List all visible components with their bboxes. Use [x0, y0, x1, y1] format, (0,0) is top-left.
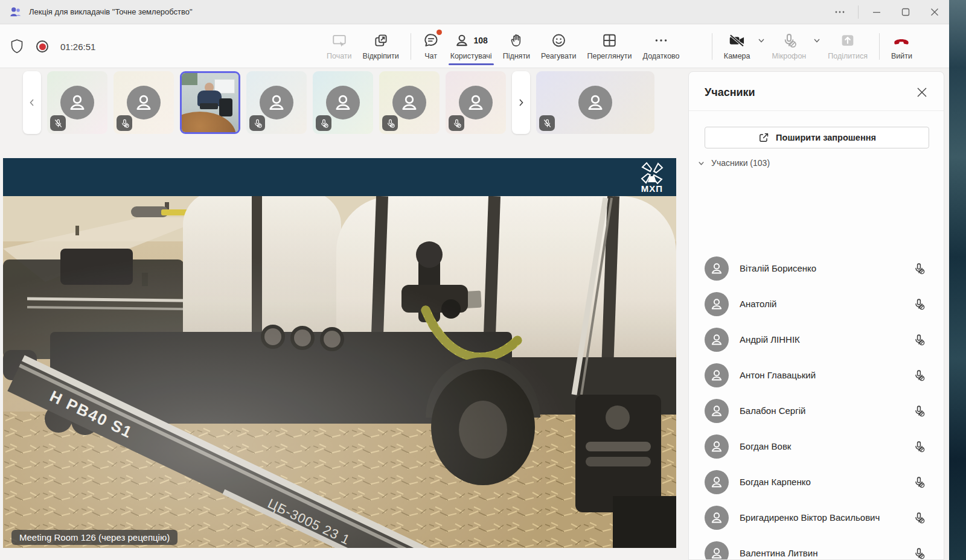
- participant-name: Валентина Литвин: [740, 548, 912, 558]
- screen-share-icon: [331, 33, 348, 48]
- participant-row[interactable]: Андрій ЛІННІК: [689, 322, 944, 357]
- maximize-button[interactable]: [891, 0, 920, 24]
- participant-row[interactable]: Богдан Карпенко: [689, 464, 944, 500]
- screen: Лекція для викладачів "Точне землеробств…: [0, 0, 966, 560]
- avatar: [705, 328, 729, 352]
- share-invite-label: Поширити запрошення: [776, 133, 876, 142]
- toolbar-divider: [411, 33, 411, 60]
- avatar: [705, 541, 729, 560]
- participant-row[interactable]: Віталій Борисенко: [689, 250, 944, 286]
- camera-options-chevron[interactable]: [756, 31, 767, 50]
- react-button[interactable]: Реагувати: [536, 30, 581, 60]
- chevron-right-icon: [516, 98, 526, 107]
- mic-muted-badge: [249, 115, 265, 131]
- avatar: [326, 86, 360, 119]
- participant-name: Богдан Карпенко: [740, 477, 912, 487]
- participant-tile[interactable]: [379, 71, 440, 134]
- room-name-label: Meeting Room 126 (через рецепцію): [11, 530, 178, 545]
- window-title: Лекція для викладачів "Точне землеробств…: [29, 7, 193, 16]
- teams-app-icon: [8, 5, 22, 19]
- participant-tile[interactable]: [47, 71, 107, 134]
- participant-name: Віталій Борисенко: [740, 263, 912, 273]
- person-icon: [709, 475, 724, 489]
- participant-tile[interactable]: [114, 71, 174, 134]
- camera-button[interactable]: Камера: [718, 30, 756, 60]
- avatar: [705, 434, 729, 459]
- minimize-button[interactable]: [862, 0, 891, 24]
- avatar: [705, 256, 729, 281]
- chevron-down-icon: [697, 159, 705, 167]
- raise-hand-button[interactable]: Підняти: [497, 30, 536, 60]
- pop-out-icon: [373, 33, 389, 48]
- participant-row[interactable]: Богдан Вовк: [689, 428, 944, 464]
- close-window-button[interactable]: [920, 0, 949, 24]
- mic-muted-badge: [382, 115, 398, 131]
- participant-row[interactable]: Валентина Литвин: [689, 535, 944, 559]
- mic-options-chevron[interactable]: [811, 31, 822, 50]
- participants-section-header[interactable]: Учасники (103): [697, 158, 944, 168]
- mic-muted-icon: [912, 369, 926, 382]
- participant-tile-wide[interactable]: [536, 71, 654, 134]
- close-panel-button[interactable]: [913, 84, 930, 101]
- maximize-icon: [901, 8, 910, 16]
- chevron-down-icon: [757, 36, 766, 45]
- share-button[interactable]: Поділитися: [822, 30, 873, 60]
- close-icon: [930, 8, 939, 16]
- more-options-button[interactable]: Додатково: [638, 30, 685, 60]
- participant-row[interactable]: Балабон Сергій: [689, 393, 944, 428]
- avatar: [705, 363, 729, 387]
- participant-name: Анатолій: [740, 299, 912, 309]
- participant-row[interactable]: Бригадиренко Віктор Васильович: [689, 500, 944, 535]
- panel-title: Учасники: [705, 86, 755, 99]
- mic-muted-icon: [912, 298, 926, 311]
- share-tray-icon: [839, 32, 856, 49]
- mic-muted-icon: [912, 476, 926, 489]
- security-shield-button[interactable]: [10, 39, 24, 54]
- participant-row[interactable]: Антон Главацький: [689, 357, 944, 393]
- filmstrip-next-button[interactable]: [512, 71, 530, 134]
- ellipsis-icon: [653, 32, 669, 49]
- microphone-button[interactable]: Мікрофон: [767, 30, 812, 60]
- person-icon: [709, 404, 724, 418]
- person-icon: [709, 297, 724, 311]
- avatar: [127, 86, 161, 119]
- participant-name: Антон Главацький: [740, 370, 912, 380]
- titlebar-separator: [858, 5, 859, 19]
- field-machinery-video: Н РВ40 S1 ЦБ-3005 23 1 МХП: [3, 158, 676, 548]
- participant-filmstrip: [23, 71, 654, 134]
- mic-muted-badge: [316, 115, 331, 131]
- leave-button[interactable]: Вийти: [886, 30, 918, 60]
- toolbar-divider: [879, 33, 880, 60]
- participants-button[interactable]: 108 Користувачі: [445, 30, 497, 60]
- avatar: [459, 86, 493, 119]
- participant-tile[interactable]: [313, 71, 373, 134]
- window-titlebar: Лекція для викладачів "Точне землеробств…: [0, 0, 949, 24]
- mic-muted-icon: [912, 262, 926, 275]
- participant-row[interactable]: Анатолій: [689, 286, 944, 322]
- layout-grid-icon: [601, 32, 618, 49]
- active-speaker-tile[interactable]: [180, 71, 240, 134]
- chat-icon: [423, 32, 440, 49]
- share-invite-button[interactable]: Поширити запрошення: [705, 127, 929, 148]
- mic-muted-icon: [912, 333, 926, 346]
- titlebar-more-button[interactable]: [825, 0, 854, 24]
- unpin-button[interactable]: Відкріпити: [357, 30, 405, 60]
- desktop-wallpaper-strip: [949, 0, 966, 560]
- filmstrip-prev-button[interactable]: [23, 71, 41, 134]
- mic-muted-icon: [912, 547, 926, 560]
- participants-count: 108: [473, 36, 487, 45]
- participant-tile[interactable]: [446, 71, 506, 134]
- person-icon: [709, 368, 724, 383]
- avatar: [705, 506, 729, 530]
- person-icon: [709, 511, 724, 525]
- person-icon: [709, 332, 724, 347]
- main-video-stage[interactable]: Н РВ40 S1 ЦБ-3005 23 1 МХП: [3, 158, 676, 548]
- start-share-button[interactable]: Почати: [321, 30, 357, 60]
- raised-hand-icon: [508, 32, 524, 49]
- share-invite-icon: [758, 132, 770, 144]
- meeting-timer: 01:26:51: [60, 42, 95, 52]
- more-dots-icon: [834, 7, 845, 18]
- chat-button[interactable]: Чат: [417, 30, 445, 60]
- participant-tile[interactable]: [246, 71, 307, 134]
- view-button[interactable]: Переглянути: [581, 30, 637, 60]
